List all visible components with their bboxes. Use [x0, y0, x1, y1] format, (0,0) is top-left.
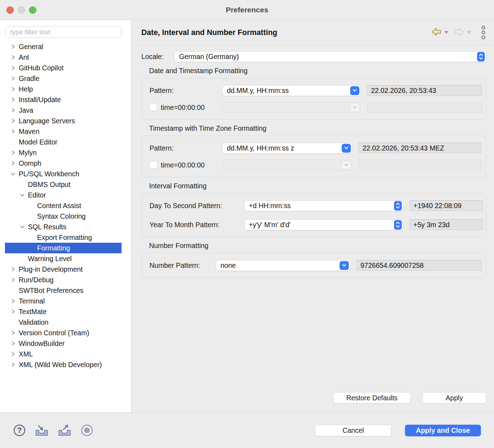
preferences-tree: GeneralAntGitHub CopilotGradleHelpInstal… [0, 41, 131, 370]
chevron-right-icon[interactable] [7, 309, 19, 314]
tz-pattern-combo[interactable]: dd.MM.y, HH:mm:ss z [222, 143, 352, 154]
tz-midnight-combo-disabled [222, 160, 352, 171]
sidebar-item[interactable]: Terminal [0, 296, 131, 306]
chevron-right-icon[interactable] [7, 330, 19, 335]
form-row: Number Pattern:none9726654.609007258 [149, 260, 482, 271]
chevron-right-icon[interactable] [7, 76, 19, 81]
sidebar-item[interactable]: DBMS Output [0, 179, 131, 190]
tz-midnight-checkbox[interactable] [149, 161, 157, 169]
sidebar-item-label: Help [19, 85, 33, 93]
apply-and-close-button[interactable]: Apply and Close [405, 425, 481, 436]
chevron-right-icon[interactable] [7, 44, 19, 49]
sidebar-item[interactable]: Export Formatting [0, 232, 131, 243]
sidebar-item[interactable]: Editor [0, 190, 131, 200]
sidebar-item[interactable]: GitHub Copilot [0, 63, 131, 73]
restore-defaults-button[interactable]: Restore Defaults [333, 392, 411, 403]
import-preferences-icon[interactable] [33, 423, 50, 438]
chevron-right-icon[interactable] [7, 341, 19, 346]
sidebar-item[interactable]: Java [0, 105, 131, 116]
chevron-down-icon[interactable] [16, 224, 28, 229]
preferences-window: Preferences GeneralAntGitHub CopilotGrad… [0, 0, 494, 448]
sidebar-item-label: Syntax Coloring [37, 212, 86, 220]
apply-button[interactable]: Apply [422, 392, 486, 403]
group-box: Number Pattern:none9726654.609007258 [141, 253, 486, 278]
sidebar-item[interactable]: Model Editor [0, 137, 131, 147]
back-history-dropdown-icon[interactable] [444, 31, 448, 34]
chevron-right-icon[interactable] [7, 118, 19, 123]
chevron-right-icon[interactable] [7, 108, 19, 113]
chevron-right-icon[interactable] [7, 87, 19, 92]
minimize-window-icon[interactable] [18, 6, 25, 14]
cancel-button[interactable]: Cancel [315, 425, 392, 436]
chevron-right-icon[interactable] [7, 129, 19, 134]
chevron-right-icon[interactable] [7, 352, 19, 356]
chevron-right-icon[interactable] [7, 65, 19, 70]
date-midnight-checkbox[interactable] [149, 104, 157, 111]
sidebar-item[interactable]: Content Assist [0, 200, 131, 211]
sidebar-item[interactable]: XML [0, 349, 131, 359]
day-to-second-pattern-combo[interactable]: +d HH:mm:ss [244, 200, 403, 211]
sidebar-item[interactable]: Gradle [0, 73, 131, 84]
form-row: time=00:00:00 [149, 102, 482, 113]
sidebar-item[interactable]: Oomph [0, 158, 131, 169]
checkbox-label: time=00:00:00 [161, 104, 205, 112]
sidebar-item-label: SWTBot Preferences [19, 287, 83, 295]
page-title: Date, Interval and Number Formatting [141, 28, 431, 37]
forward-arrow-icon[interactable] [454, 27, 464, 38]
sidebar-item[interactable]: Plug-in Development [0, 264, 131, 275]
sidebar-item[interactable]: Warning Level [0, 253, 131, 264]
number-pattern-combo[interactable]: none [216, 260, 350, 271]
sidebar-item[interactable]: WindowBuilder [0, 338, 131, 349]
sidebar-item-label: Plug-in Development [19, 265, 83, 273]
sidebar-item[interactable]: Mylyn [0, 147, 131, 158]
sidebar-item[interactable]: SWTBot Preferences [0, 285, 131, 296]
record-preferences-icon[interactable] [79, 423, 95, 438]
sidebar-item[interactable]: TextMate [0, 306, 131, 317]
chevron-right-icon[interactable] [7, 150, 19, 155]
sidebar-item-label: Formatting [37, 244, 70, 252]
sidebar-item[interactable]: Run/Debug [0, 275, 131, 285]
sidebar-item-label: TextMate [19, 308, 47, 316]
sidebar-item[interactable]: Maven [0, 126, 131, 137]
section-title: Number Formatting [149, 242, 486, 250]
close-window-icon[interactable] [6, 6, 14, 14]
chevron-right-icon[interactable] [7, 267, 19, 272]
sidebar-item[interactable]: Install/Update [0, 94, 131, 105]
filter-input[interactable] [6, 26, 122, 38]
tz-midnight-preview-disabled [359, 160, 481, 170]
sidebar-item[interactable]: Syntax Coloring [0, 211, 131, 222]
date-pattern-combo[interactable]: dd.MM.y, HH:mm:ss [222, 85, 361, 96]
sidebar-item[interactable]: SQL Results [0, 222, 131, 232]
sidebar-item[interactable]: Ant [0, 52, 131, 63]
sidebar-item-label: General [19, 43, 43, 51]
sidebar-item[interactable]: Help [0, 84, 131, 94]
sidebar-item[interactable]: PL/SQL Workbench [0, 169, 131, 179]
chevron-right-icon[interactable] [7, 299, 19, 303]
chevron-right-icon[interactable] [7, 55, 19, 60]
zoom-window-icon[interactable] [29, 6, 36, 14]
sidebar-item[interactable]: Validation [0, 317, 131, 328]
sidebar-item-label: Oomph [19, 159, 41, 167]
help-icon[interactable]: ? [12, 423, 27, 438]
locale-select[interactable]: German (Germany) [175, 51, 486, 62]
number-pattern-preview: 9726654.609007258 [357, 260, 482, 271]
year-to-month-pattern-combo[interactable]: +y'y' M'm' d'd' [244, 219, 403, 230]
chevron-down-icon[interactable] [7, 171, 19, 176]
chevron-right-icon[interactable] [7, 277, 19, 282]
sidebar-item[interactable]: Formatting [0, 243, 131, 253]
sidebar-item[interactable]: Language Servers [0, 116, 131, 126]
updown-stepper-icon [394, 220, 402, 230]
dropdown-chevron-icon [350, 86, 359, 95]
export-preferences-icon[interactable] [56, 423, 73, 438]
forward-history-dropdown-icon[interactable] [467, 31, 471, 34]
back-arrow-icon[interactable] [431, 27, 442, 38]
sidebar-item[interactable]: General [0, 41, 131, 52]
chevron-right-icon[interactable] [7, 362, 19, 367]
chevron-right-icon[interactable] [7, 161, 19, 166]
sidebar-item[interactable]: XML (Wild Web Developer) [0, 359, 131, 370]
traffic-lights [6, 0, 36, 20]
chevron-right-icon[interactable] [7, 97, 19, 102]
chevron-down-icon[interactable] [16, 193, 28, 198]
sidebar-item[interactable]: Version Control (Team) [0, 328, 131, 338]
view-menu-icon[interactable] [481, 25, 486, 40]
